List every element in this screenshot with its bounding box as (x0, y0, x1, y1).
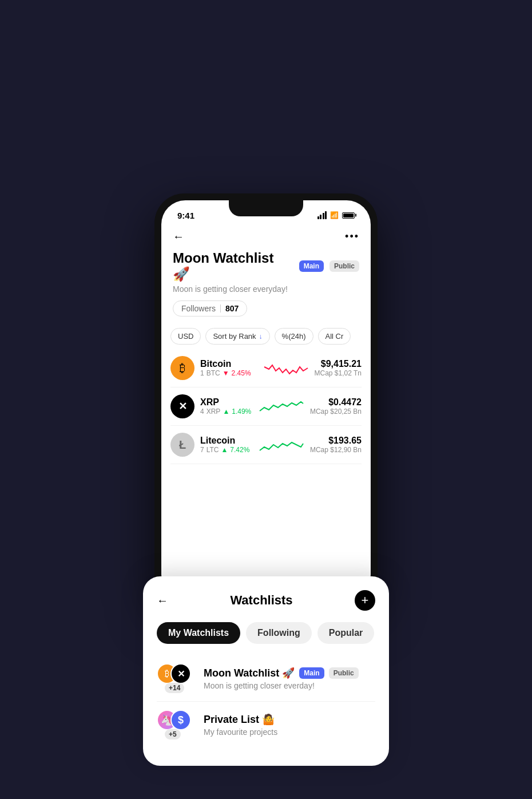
sort-arrow-icon: ↓ (259, 333, 263, 341)
battery-icon (342, 212, 355, 219)
tab-following[interactable]: Following (246, 622, 312, 644)
private-item-name: Private List 🤷 (204, 713, 275, 726)
btc-change-icon (223, 369, 229, 377)
moon-badge-public: Public (329, 667, 359, 679)
phone-screen: 9:41 📶 ← ••• (161, 200, 371, 599)
coin-item-ltc[interactable]: Ł Litecoin 7 LTC 7.42% $1 (170, 426, 362, 464)
badge-public: Public (329, 260, 359, 272)
xrp-price: $0.4472 (310, 397, 362, 408)
watchlists-sheet: ← Watchlists + My Watchlists Following P… (143, 576, 389, 766)
xrp-price-info: $0.4472 MCap $20,25 Bn (310, 397, 362, 416)
ltc-info: Litecoin 7 LTC 7.42% (200, 436, 253, 454)
sheet-title: Watchlists (230, 593, 292, 608)
private-more: +5 (165, 729, 181, 739)
filter-usd-label: USD (178, 332, 193, 341)
btc-rank: 1 (200, 369, 204, 377)
nav-bar: ← ••• (161, 226, 371, 246)
moon-item-info: Moon Watchlist 🚀 Main Public Moon is get… (204, 667, 375, 690)
status-icons: 📶 (317, 211, 355, 219)
status-time: 9:41 (177, 211, 194, 220)
xrp-mcap: MCap $20,25 Bn (310, 408, 362, 416)
xrp-meta: 4 XRP 1.49% (200, 408, 253, 416)
xrp-chart (259, 395, 304, 418)
btc-price-info: $9,415.21 MCap $1,02 Tn (315, 359, 362, 377)
ltc-icon: Ł (170, 433, 194, 457)
private-item-info: Private List 🤷 My favourite projects (204, 713, 375, 737)
tab-popular[interactable]: Popular (317, 622, 375, 644)
sheet-back-button[interactable]: ← (157, 594, 168, 607)
ltc-price: $193.65 (310, 436, 362, 446)
xrp-change: 1.49% (232, 408, 251, 416)
btc-meta: 1 BTC 2.45% (200, 369, 257, 377)
moon-icons-stack: ₿ ✕ +14 (157, 663, 196, 693)
phone-frame: 9:41 📶 ← ••• (154, 193, 378, 606)
btc-chart (263, 357, 309, 379)
filter-sort-label: Sort by Rank (213, 332, 256, 341)
ltc-change-icon (221, 446, 228, 454)
notch (229, 200, 303, 216)
btc-icon: ₿ (170, 356, 194, 380)
ltc-change: 7.42% (230, 446, 249, 454)
private-title-row: Private List 🤷 (204, 713, 375, 726)
moon-badge-main: Main (299, 667, 324, 679)
sheet-header: ← Watchlists + (157, 590, 375, 611)
ltc-rank: 7 (200, 446, 204, 454)
coin-item-xrp[interactable]: ✕ XRP 4 XRP 1.49% $0.4472 (170, 387, 362, 426)
ltc-meta: 7 LTC 7.42% (200, 446, 253, 454)
xrp-icon: ✕ (170, 394, 194, 418)
btc-change: 2.45% (232, 369, 251, 377)
filter-all[interactable]: All Cr (318, 328, 351, 345)
back-button[interactable]: ← (173, 230, 184, 243)
filter-change[interactable]: %(24h) (275, 328, 313, 345)
wifi-icon: 📶 (330, 211, 339, 219)
moon-item-name: Moon Watchlist 🚀 (204, 667, 295, 679)
badge-main: Main (299, 260, 324, 272)
btc-price: $9,415.21 (315, 359, 362, 369)
ltc-mcap: MCap $12,90 Bn (310, 446, 362, 454)
tab-row: My Watchlists Following Popular (157, 622, 375, 644)
coin-item-btc[interactable]: ₿ Bitcoin 1 BTC 2.45% $9, (170, 349, 362, 387)
xrp-change-icon (223, 408, 229, 416)
moon-icon2: ✕ (170, 663, 191, 684)
private-item-desc: My favourite projects (204, 727, 375, 737)
ltc-symbol: LTC (207, 446, 219, 454)
followers-badge: Followers 807 (173, 300, 247, 317)
sheet-item-private[interactable]: 🦄 $ +5 Private List 🤷 My favourite proje… (157, 702, 375, 747)
xrp-rank: 4 (200, 408, 204, 416)
watchlist-subtitle: Moon is getting closer everyday! (173, 284, 359, 294)
followers-label: Followers (181, 304, 216, 313)
ltc-name: Litecoin (200, 436, 253, 446)
coin-list: ₿ Bitcoin 1 BTC 2.45% $9, (161, 349, 371, 464)
signal-icon (317, 211, 327, 219)
xrp-info: XRP 4 XRP 1.49% (200, 397, 253, 416)
watchlist-title: Moon Watchlist 🚀 (173, 250, 293, 282)
filter-sort[interactable]: Sort by Rank ↓ (205, 328, 269, 345)
btc-name: Bitcoin (200, 359, 257, 369)
filter-usd[interactable]: USD (170, 328, 201, 345)
moon-title-row: Moon Watchlist 🚀 Main Public (204, 667, 375, 679)
sheet-item-moon[interactable]: ₿ ✕ +14 Moon Watchlist 🚀 Main Public Moo… (157, 655, 375, 702)
btc-symbol: BTC (207, 369, 220, 377)
sheet-add-button[interactable]: + (355, 590, 375, 611)
watchlist-header: Moon Watchlist 🚀 Main Public Moon is get… (161, 246, 371, 323)
moon-more: +14 (165, 683, 184, 693)
private-icons-stack: 🦄 $ +5 (157, 710, 196, 739)
watchlist-title-row: Moon Watchlist 🚀 Main Public (173, 250, 359, 282)
xrp-name: XRP (200, 397, 253, 408)
private-icon2: $ (170, 710, 191, 730)
ltc-chart (259, 433, 304, 456)
btc-mcap: MCap $1,02 Tn (315, 369, 362, 377)
filter-change-label: %(24h) (282, 332, 306, 341)
scene: 9:41 📶 ← ••• (154, 193, 378, 606)
filter-all-label: All Cr (325, 332, 344, 341)
tab-my-watchlists[interactable]: My Watchlists (157, 622, 240, 644)
btc-info: Bitcoin 1 BTC 2.45% (200, 359, 257, 377)
filter-row: USD Sort by Rank ↓ %(24h) All Cr (161, 323, 371, 349)
more-button[interactable]: ••• (345, 231, 359, 243)
moon-item-desc: Moon is getting closer everday! (204, 681, 375, 690)
ltc-price-info: $193.65 MCap $12,90 Bn (310, 436, 362, 454)
xrp-symbol: XRP (207, 408, 221, 416)
followers-count: 807 (225, 304, 239, 313)
followers-divider (220, 304, 221, 313)
